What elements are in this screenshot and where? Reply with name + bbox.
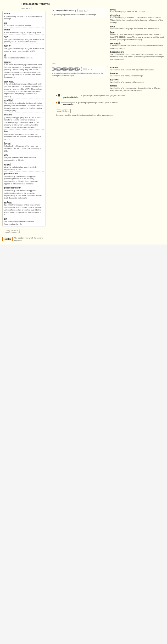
any-other-bottom-section: any ##other Extension point for user-def… [56,109,165,116]
attributes-column: attributes qcode A syntactically valid Q… [2,7,49,242]
poi-details-desc: A group of properties specific to a poin… [76,102,119,104]
definition-group-desc: A group of properties required to define… [52,14,107,16]
attr-modified: modified The date (and, optionally, the … [4,99,44,112]
attributes-label: attributes [20,7,32,10]
prop-name: name A natural language name for the con… [110,8,165,13]
diagram-container: FlexLocationPropType attributes qcode A … [0,0,167,244]
concept-relationships-group: ConceptRelationshipsGroup ⬜⬜ 0...∞ A gro… [51,66,108,78]
attr-creator: creator If the attribute is empty, speci… [4,60,44,78]
concept-definition-group: ConceptDefinitionGroup ⬜⬜ 0...∞ A group … [51,8,108,17]
attr-pubconstraint: pubconstraint One or many constraints th… [4,172,44,185]
located-section: located The location from which the cont… [2,237,49,242]
geo-diamond-icon: ◆ [56,94,57,96]
attr-creatoruri: creatoruri If the attribute is empty, sp… [4,80,44,98]
definition-group-title: ConceptDefinitionGroup [52,9,78,12]
geo-area-row: ◆ ⬛ geoAreaDetails A group of properties… [56,94,165,100]
located-desc: The location from which the content orig… [14,237,49,242]
poi-details-box: POIDetails [61,102,75,107]
connector-dots: • • • • [52,62,165,65]
prop-remoteinfo: remoteInfo A link to an item or a web re… [110,42,165,50]
relationships-group-title: ConceptRelationshipsGroup [52,67,82,71]
relationships-props-list: sameAs An identifier of a concept with e… [109,66,165,92]
attr-id: id The local identifier of the concept. [4,54,44,59]
main-section: attributes qcode A syntactically valid Q… [2,7,165,242]
attr-why: why Why the metadata has been included -… [4,154,44,162]
prop-note: note Additional natural language informa… [110,25,165,30]
geo-area-box: geoAreaDetails [61,95,80,100]
poi-diamond-icon: ◆ [56,102,57,104]
attr-how: how Indicates by which means the value w… [4,130,44,140]
poi-details-title: POIDetails [63,103,73,106]
attr-qcode: qcode A syntactically valid QCode which … [4,12,44,20]
prop-related: related An identifier of a concept, wher… [110,84,165,92]
attributes-box: qcode A syntactically valid QCode which … [2,11,45,227]
right-properties-column: ConceptDefinitionGroup ⬜⬜ 0...∞ A group … [51,7,165,117]
extension-note: Extension point for user-defined propert… [56,114,165,116]
rel-group-multiplicity: ⬜⬜ [83,68,87,70]
prop-definition: definition A natural language definition… [110,14,165,24]
definition-props-list: name A natural language name for the con… [109,7,165,61]
bottom-section: ◆ ⬛ geoAreaDetails A group of properties… [51,94,165,116]
attr-dir: dir The directionality of textual conten… [4,218,44,226]
any-other-label: any ##other [5,229,20,232]
prop-narrower: narrower An identifier of a more specifi… [110,78,165,83]
attr-howuri: howuri Indicates by which means the valu… [4,142,44,152]
attr-typeuri: typeuri The type of the concept assigned… [4,44,44,52]
attr-whyuri: whyuri Why the metadata has been include… [4,163,44,171]
definition-multiplicity-val: 0...∞ [84,10,88,12]
prop-facet: facet In NAB 6.1 and later, facet is dep… [110,31,165,41]
geo-area-desc: A group of properties specific to a geog… [81,94,126,97]
attr-xmllang: xmllang Specifies the language of this p… [4,201,44,216]
prop-hierarchyinfo: hierarchyInfo The position of a concept … [110,50,165,60]
geo-area-title: geoAreaDetails [63,96,78,98]
prop-broader: broader An identifier of a more generic … [110,72,165,77]
main-title: FlexLocationPropType [2,2,165,5]
poi-details-row: ◆ ⬛ POIDetails A group of properties spe… [56,102,165,108]
definition-group-row: ConceptDefinitionGroup ⬜⬜ 0...∞ A group … [51,7,165,61]
attr-type: type The type of the concept assigned as… [4,35,44,43]
relationships-group-desc: A group of properties required to indica… [52,72,107,77]
definition-group-multiplicity: ⬜⬜ [78,10,83,12]
relationships-group-row: ConceptRelationshipsGroup ⬜⬜ 0...∞ A gro… [51,66,165,92]
attr-pubconstrainturi: pubconstrainturi One or many constraints… [4,186,44,200]
located-label: located [2,237,13,241]
prop-sameas: sameAs An identifier of a concept with e… [110,66,165,71]
rel-multiplicity-val: 0...∞ [88,68,92,70]
attr-uri: uri A URI which identifies a concept. [4,22,44,27]
attr-literal: literal A free-text value assigned as pr… [4,28,44,34]
attr-custom: custom (corresponding property was added… [4,113,44,129]
any-other-bottom-label: any ##other [56,109,71,113]
